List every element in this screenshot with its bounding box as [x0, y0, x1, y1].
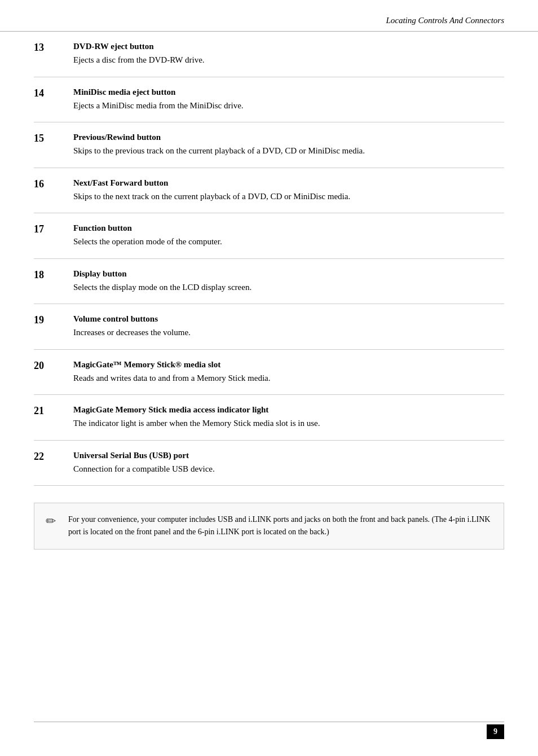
- item-number: 21: [34, 405, 73, 417]
- item-content: MagicGate™ Memory Stick® media slotReads…: [73, 360, 504, 385]
- item-description: Skips to the next track on the current p…: [73, 190, 504, 203]
- item-content: Volume control buttonsIncreases or decre…: [73, 314, 504, 339]
- table-row: 22Universal Serial Bus (USB) portConnect…: [34, 441, 504, 486]
- item-content: DVD-RW eject buttonEjects a disc from th…: [73, 42, 504, 67]
- item-number: 17: [34, 223, 73, 235]
- page: Locating Controls And Connectors 13DVD-R…: [0, 0, 538, 756]
- item-number: 15: [34, 133, 73, 144]
- item-content: Previous/Rewind buttonSkips to the previ…: [73, 133, 504, 157]
- item-description: Ejects a disc from the DVD-RW drive.: [73, 54, 504, 67]
- table-row: 13DVD-RW eject buttonEjects a disc from …: [34, 32, 504, 77]
- item-title: Next/Fast Forward button: [73, 178, 504, 188]
- item-number: 14: [34, 87, 73, 99]
- page-number: 9: [487, 724, 504, 739]
- item-title: DVD-RW eject button: [73, 42, 504, 51]
- item-description: Reads and writes data to and from a Memo…: [73, 372, 504, 385]
- item-content: Function buttonSelects the operation mod…: [73, 223, 504, 248]
- table-row: 19Volume control buttonsIncreases or dec…: [34, 304, 504, 350]
- item-number: 20: [34, 360, 73, 372]
- item-number: 19: [34, 314, 73, 326]
- item-description: Connection for a compatible USB device.: [73, 463, 504, 476]
- item-title: MagicGate Memory Stick media access indi…: [73, 405, 504, 415]
- note-text: For your convenience, your computer incl…: [68, 513, 492, 539]
- item-description: Skips to the previous track on the curre…: [73, 144, 504, 157]
- footer-line: [34, 722, 504, 722]
- item-content: Next/Fast Forward buttonSkips to the nex…: [73, 178, 504, 203]
- item-description: Increases or decreases the volume.: [73, 326, 504, 339]
- item-number: 22: [34, 451, 73, 463]
- note-box: ✏ For your convenience, your computer in…: [34, 503, 504, 550]
- item-title: Function button: [73, 223, 504, 233]
- page-footer: 9: [487, 724, 504, 739]
- table-row: 21MagicGate Memory Stick media access in…: [34, 395, 504, 441]
- table-row: 14MiniDisc media eject buttonEjects a Mi…: [34, 77, 504, 123]
- item-content: Universal Serial Bus (USB) portConnectio…: [73, 451, 504, 476]
- note-icon: ✏: [46, 514, 63, 529]
- page-header: Locating Controls And Connectors: [0, 0, 538, 32]
- item-number: 13: [34, 42, 73, 54]
- table-row: 15Previous/Rewind buttonSkips to the pre…: [34, 122, 504, 168]
- item-content: MiniDisc media eject buttonEjects a Mini…: [73, 87, 504, 112]
- item-content: Display buttonSelects the display mode o…: [73, 269, 504, 294]
- items-list: 13DVD-RW eject buttonEjects a disc from …: [34, 32, 504, 486]
- table-row: 18Display buttonSelects the display mode…: [34, 259, 504, 305]
- item-number: 18: [34, 269, 73, 281]
- item-description: The indicator light is amber when the Me…: [73, 417, 504, 430]
- item-description: Selects the operation mode of the comput…: [73, 235, 504, 248]
- item-title: Display button: [73, 269, 504, 279]
- item-content: MagicGate Memory Stick media access indi…: [73, 405, 504, 430]
- item-description: Selects the display mode on the LCD disp…: [73, 281, 504, 294]
- item-description: Ejects a MiniDisc media from the MiniDis…: [73, 99, 504, 112]
- main-content: 13DVD-RW eject buttonEjects a disc from …: [0, 32, 538, 550]
- item-number: 16: [34, 178, 73, 190]
- header-title: Locating Controls And Connectors: [386, 16, 504, 25]
- item-title: Previous/Rewind button: [73, 133, 504, 142]
- table-row: 17Function buttonSelects the operation m…: [34, 213, 504, 259]
- table-row: 16Next/Fast Forward buttonSkips to the n…: [34, 168, 504, 214]
- item-title: MiniDisc media eject button: [73, 87, 504, 97]
- item-title: Universal Serial Bus (USB) port: [73, 451, 504, 460]
- item-title: Volume control buttons: [73, 314, 504, 324]
- table-row: 20MagicGate™ Memory Stick® media slotRea…: [34, 350, 504, 395]
- item-title: MagicGate™ Memory Stick® media slot: [73, 360, 504, 370]
